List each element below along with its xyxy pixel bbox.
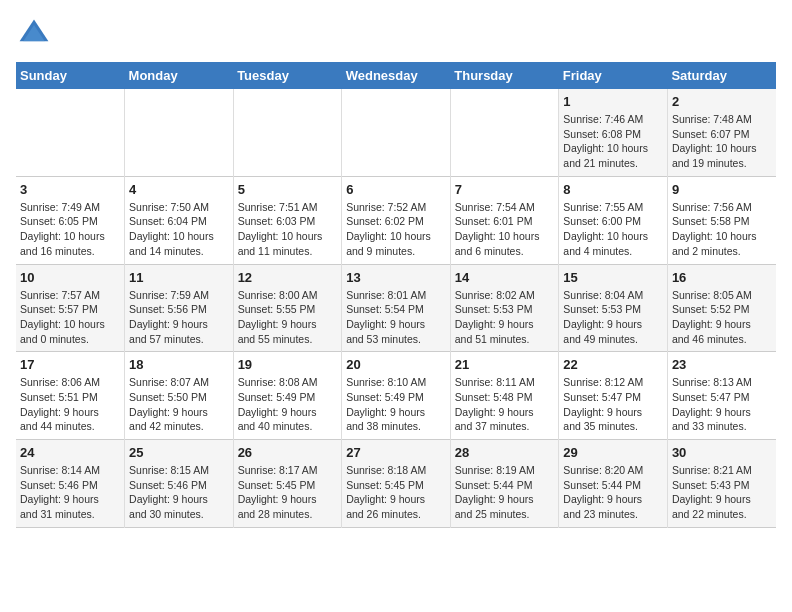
calendar-cell — [342, 89, 451, 176]
day-number: 12 — [238, 270, 338, 285]
day-number: 18 — [129, 357, 229, 372]
calendar-cell: 2Sunrise: 7:48 AM Sunset: 6:07 PM Daylig… — [667, 89, 776, 176]
day-number: 17 — [20, 357, 120, 372]
weekday-header-row: SundayMondayTuesdayWednesdayThursdayFrid… — [16, 62, 776, 89]
weekday-header-friday: Friday — [559, 62, 668, 89]
calendar-cell: 10Sunrise: 7:57 AM Sunset: 5:57 PM Dayli… — [16, 264, 125, 352]
calendar-week-row: 24Sunrise: 8:14 AM Sunset: 5:46 PM Dayli… — [16, 440, 776, 528]
day-info: Sunrise: 7:51 AM Sunset: 6:03 PM Dayligh… — [238, 200, 338, 259]
calendar-week-row: 10Sunrise: 7:57 AM Sunset: 5:57 PM Dayli… — [16, 264, 776, 352]
day-info: Sunrise: 7:57 AM Sunset: 5:57 PM Dayligh… — [20, 288, 120, 347]
weekday-header-monday: Monday — [125, 62, 234, 89]
day-number: 4 — [129, 182, 229, 197]
day-info: Sunrise: 8:10 AM Sunset: 5:49 PM Dayligh… — [346, 375, 446, 434]
calendar-cell: 12Sunrise: 8:00 AM Sunset: 5:55 PM Dayli… — [233, 264, 342, 352]
day-info: Sunrise: 7:52 AM Sunset: 6:02 PM Dayligh… — [346, 200, 446, 259]
day-info: Sunrise: 7:48 AM Sunset: 6:07 PM Dayligh… — [672, 112, 772, 171]
day-number: 6 — [346, 182, 446, 197]
day-info: Sunrise: 7:56 AM Sunset: 5:58 PM Dayligh… — [672, 200, 772, 259]
day-info: Sunrise: 8:06 AM Sunset: 5:51 PM Dayligh… — [20, 375, 120, 434]
day-info: Sunrise: 8:00 AM Sunset: 5:55 PM Dayligh… — [238, 288, 338, 347]
calendar-cell: 24Sunrise: 8:14 AM Sunset: 5:46 PM Dayli… — [16, 440, 125, 528]
calendar-cell: 30Sunrise: 8:21 AM Sunset: 5:43 PM Dayli… — [667, 440, 776, 528]
day-info: Sunrise: 8:21 AM Sunset: 5:43 PM Dayligh… — [672, 463, 772, 522]
day-info: Sunrise: 8:17 AM Sunset: 5:45 PM Dayligh… — [238, 463, 338, 522]
calendar-week-row: 3Sunrise: 7:49 AM Sunset: 6:05 PM Daylig… — [16, 176, 776, 264]
calendar-cell: 25Sunrise: 8:15 AM Sunset: 5:46 PM Dayli… — [125, 440, 234, 528]
day-number: 7 — [455, 182, 555, 197]
day-info: Sunrise: 8:02 AM Sunset: 5:53 PM Dayligh… — [455, 288, 555, 347]
day-number: 15 — [563, 270, 663, 285]
day-info: Sunrise: 8:13 AM Sunset: 5:47 PM Dayligh… — [672, 375, 772, 434]
calendar-cell: 3Sunrise: 7:49 AM Sunset: 6:05 PM Daylig… — [16, 176, 125, 264]
day-number: 9 — [672, 182, 772, 197]
day-number: 28 — [455, 445, 555, 460]
calendar-cell: 26Sunrise: 8:17 AM Sunset: 5:45 PM Dayli… — [233, 440, 342, 528]
day-info: Sunrise: 8:08 AM Sunset: 5:49 PM Dayligh… — [238, 375, 338, 434]
day-number: 23 — [672, 357, 772, 372]
day-number: 22 — [563, 357, 663, 372]
calendar-cell: 13Sunrise: 8:01 AM Sunset: 5:54 PM Dayli… — [342, 264, 451, 352]
calendar-cell: 29Sunrise: 8:20 AM Sunset: 5:44 PM Dayli… — [559, 440, 668, 528]
calendar-cell: 17Sunrise: 8:06 AM Sunset: 5:51 PM Dayli… — [16, 352, 125, 440]
day-info: Sunrise: 8:19 AM Sunset: 5:44 PM Dayligh… — [455, 463, 555, 522]
day-info: Sunrise: 8:05 AM Sunset: 5:52 PM Dayligh… — [672, 288, 772, 347]
weekday-header-saturday: Saturday — [667, 62, 776, 89]
day-number: 19 — [238, 357, 338, 372]
weekday-header-sunday: Sunday — [16, 62, 125, 89]
day-number: 29 — [563, 445, 663, 460]
weekday-header-wednesday: Wednesday — [342, 62, 451, 89]
page-header — [16, 16, 776, 52]
calendar-cell: 20Sunrise: 8:10 AM Sunset: 5:49 PM Dayli… — [342, 352, 451, 440]
day-number: 3 — [20, 182, 120, 197]
day-info: Sunrise: 8:04 AM Sunset: 5:53 PM Dayligh… — [563, 288, 663, 347]
day-info: Sunrise: 8:01 AM Sunset: 5:54 PM Dayligh… — [346, 288, 446, 347]
day-number: 16 — [672, 270, 772, 285]
calendar-cell — [16, 89, 125, 176]
calendar-cell: 18Sunrise: 8:07 AM Sunset: 5:50 PM Dayli… — [125, 352, 234, 440]
calendar-cell: 11Sunrise: 7:59 AM Sunset: 5:56 PM Dayli… — [125, 264, 234, 352]
logo — [16, 16, 56, 52]
day-info: Sunrise: 7:59 AM Sunset: 5:56 PM Dayligh… — [129, 288, 229, 347]
calendar-cell: 15Sunrise: 8:04 AM Sunset: 5:53 PM Dayli… — [559, 264, 668, 352]
day-number: 20 — [346, 357, 446, 372]
calendar-week-row: 17Sunrise: 8:06 AM Sunset: 5:51 PM Dayli… — [16, 352, 776, 440]
weekday-header-thursday: Thursday — [450, 62, 559, 89]
logo-icon — [16, 16, 52, 52]
day-info: Sunrise: 7:50 AM Sunset: 6:04 PM Dayligh… — [129, 200, 229, 259]
calendar-cell: 27Sunrise: 8:18 AM Sunset: 5:45 PM Dayli… — [342, 440, 451, 528]
day-number: 10 — [20, 270, 120, 285]
day-number: 8 — [563, 182, 663, 197]
day-info: Sunrise: 8:12 AM Sunset: 5:47 PM Dayligh… — [563, 375, 663, 434]
calendar-cell: 9Sunrise: 7:56 AM Sunset: 5:58 PM Daylig… — [667, 176, 776, 264]
day-number: 24 — [20, 445, 120, 460]
calendar-cell: 8Sunrise: 7:55 AM Sunset: 6:00 PM Daylig… — [559, 176, 668, 264]
day-number: 27 — [346, 445, 446, 460]
day-info: Sunrise: 8:15 AM Sunset: 5:46 PM Dayligh… — [129, 463, 229, 522]
calendar-cell: 7Sunrise: 7:54 AM Sunset: 6:01 PM Daylig… — [450, 176, 559, 264]
calendar-cell: 22Sunrise: 8:12 AM Sunset: 5:47 PM Dayli… — [559, 352, 668, 440]
day-number: 5 — [238, 182, 338, 197]
day-number: 11 — [129, 270, 229, 285]
calendar-cell: 4Sunrise: 7:50 AM Sunset: 6:04 PM Daylig… — [125, 176, 234, 264]
day-number: 25 — [129, 445, 229, 460]
calendar-cell: 19Sunrise: 8:08 AM Sunset: 5:49 PM Dayli… — [233, 352, 342, 440]
weekday-header-tuesday: Tuesday — [233, 62, 342, 89]
calendar-cell: 5Sunrise: 7:51 AM Sunset: 6:03 PM Daylig… — [233, 176, 342, 264]
calendar-cell: 16Sunrise: 8:05 AM Sunset: 5:52 PM Dayli… — [667, 264, 776, 352]
calendar-cell: 21Sunrise: 8:11 AM Sunset: 5:48 PM Dayli… — [450, 352, 559, 440]
calendar-cell: 6Sunrise: 7:52 AM Sunset: 6:02 PM Daylig… — [342, 176, 451, 264]
day-number: 21 — [455, 357, 555, 372]
calendar-table: SundayMondayTuesdayWednesdayThursdayFrid… — [16, 62, 776, 528]
day-number: 14 — [455, 270, 555, 285]
calendar-cell: 1Sunrise: 7:46 AM Sunset: 6:08 PM Daylig… — [559, 89, 668, 176]
day-info: Sunrise: 8:18 AM Sunset: 5:45 PM Dayligh… — [346, 463, 446, 522]
calendar-cell — [233, 89, 342, 176]
calendar-cell: 28Sunrise: 8:19 AM Sunset: 5:44 PM Dayli… — [450, 440, 559, 528]
day-info: Sunrise: 7:55 AM Sunset: 6:00 PM Dayligh… — [563, 200, 663, 259]
day-number: 30 — [672, 445, 772, 460]
day-info: Sunrise: 8:07 AM Sunset: 5:50 PM Dayligh… — [129, 375, 229, 434]
day-info: Sunrise: 7:46 AM Sunset: 6:08 PM Dayligh… — [563, 112, 663, 171]
day-info: Sunrise: 8:20 AM Sunset: 5:44 PM Dayligh… — [563, 463, 663, 522]
day-info: Sunrise: 7:54 AM Sunset: 6:01 PM Dayligh… — [455, 200, 555, 259]
